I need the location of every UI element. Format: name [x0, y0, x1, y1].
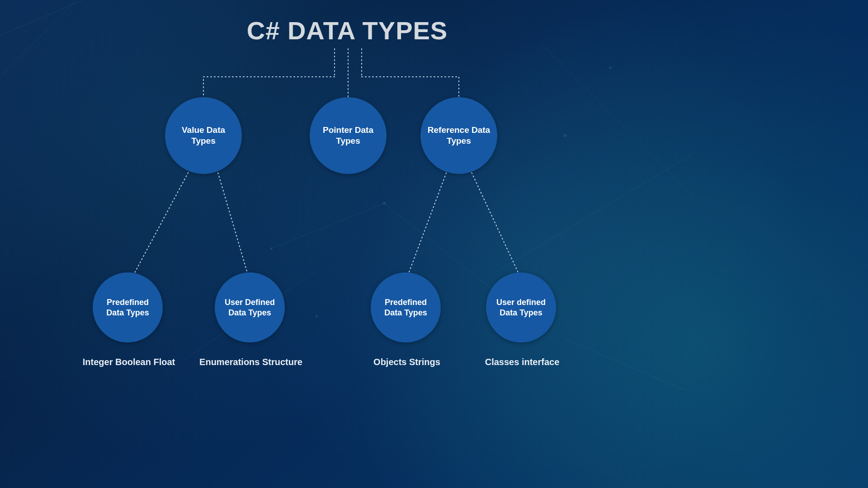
- node-value-predefined: PredefinedData Types: [93, 272, 163, 343]
- node-label: Reference DataTypes: [428, 125, 490, 146]
- svg-line-19: [217, 169, 248, 274]
- svg-line-4: [565, 339, 694, 390]
- node-label: Value DataTypes: [182, 125, 225, 146]
- node-pointer-data-types: Pointer DataTypes: [310, 97, 387, 174]
- node-value-userdefined: User DefinedData Types: [215, 272, 285, 343]
- node-label: User DefinedData Types: [225, 297, 275, 318]
- svg-point-8: [383, 202, 386, 205]
- svg-line-20: [408, 169, 448, 274]
- leaf-value-predefined: Integer Boolean Float: [75, 357, 183, 367]
- diagram-title: C# DATA TYPES: [0, 16, 694, 45]
- node-label: PredefinedData Types: [384, 297, 427, 318]
- leaf-reference-userdefined: Classes interface: [475, 357, 570, 367]
- svg-point-11: [564, 134, 566, 137]
- svg-line-18: [134, 169, 190, 274]
- leaf-value-userdefined: Enumerations Structure: [194, 357, 307, 367]
- svg-line-2: [542, 45, 694, 226]
- node-label: PredefinedData Types: [106, 297, 149, 318]
- node-label: User definedData Types: [496, 297, 546, 318]
- svg-line-21: [470, 169, 519, 274]
- leaf-reference-predefined: Objects Strings: [362, 357, 452, 367]
- svg-line-3: [497, 136, 694, 271]
- node-value-data-types: Value DataTypes: [165, 97, 242, 174]
- svg-line-6: [271, 203, 384, 249]
- node-reference-userdefined: User definedData Types: [486, 272, 556, 343]
- svg-point-10: [270, 248, 273, 250]
- node-reference-predefined: PredefinedData Types: [371, 272, 441, 343]
- node-reference-data-types: Reference DataTypes: [420, 97, 497, 174]
- node-label: Pointer DataTypes: [323, 125, 373, 146]
- svg-point-14: [316, 315, 318, 318]
- svg-point-12: [609, 67, 612, 69]
